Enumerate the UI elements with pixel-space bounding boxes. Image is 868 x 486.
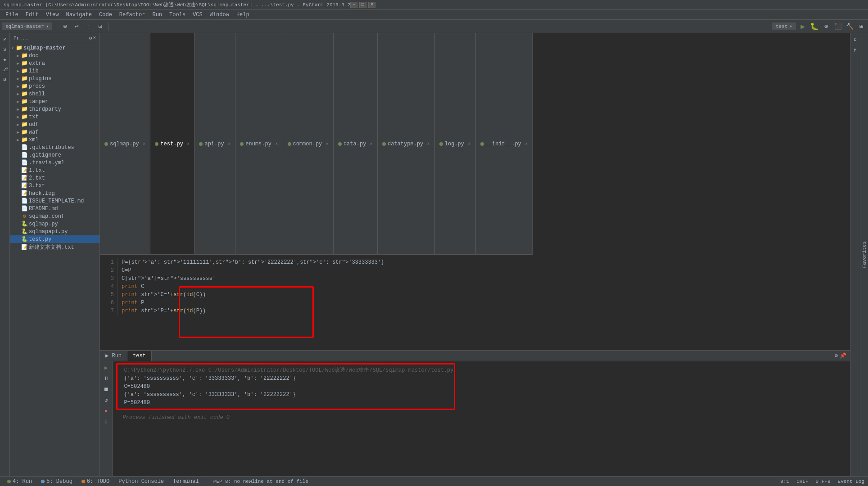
python-console-tab[interactable]: Python Console	[115, 477, 167, 486]
tree-item-procs[interactable]: ▶📁procs	[10, 82, 99, 90]
run-restart-icon[interactable]: ↺	[102, 396, 111, 405]
stop-button[interactable]: ⬛	[833, 22, 843, 32]
tree-item-plugins[interactable]: ▶📁plugins	[10, 75, 99, 82]
debug-bottom-tab[interactable]: 5: Debug	[37, 477, 76, 486]
tab-datatype-py[interactable]: datatype.py×	[378, 33, 435, 254]
tree-item-lib[interactable]: ▶📁lib	[10, 67, 99, 75]
toolbar-btn-3[interactable]: ⇧	[83, 22, 93, 32]
tab-close-icon[interactable]: ×	[187, 141, 190, 147]
profile-button[interactable]: ⊞	[856, 22, 866, 32]
tree-item-shell[interactable]: ▶📁shell	[10, 90, 99, 98]
tree-item-test-py[interactable]: 🐍test.py	[10, 235, 99, 243]
menu-item-refactor[interactable]: Refactor	[116, 11, 149, 19]
tree-item-extra[interactable]: ▶📁extra	[10, 59, 99, 67]
minimize-button[interactable]: −	[350, 2, 357, 8]
run-play-icon[interactable]: ▶	[102, 363, 111, 372]
vcs-tool-btn[interactable]: ⎇	[0, 65, 9, 74]
tree-item--gitattributes[interactable]: 📄.gitattributes	[10, 144, 99, 151]
maximize-button[interactable]: □	[359, 2, 366, 8]
menu-item-code[interactable]: Code	[95, 11, 116, 19]
close-button[interactable]: ×	[368, 2, 375, 8]
menu-item-edit[interactable]: Edit	[22, 11, 42, 19]
run-info-icon[interactable]: ℹ	[102, 417, 111, 426]
run-bottom-tab[interactable]: 4: Run	[4, 477, 36, 486]
run-tab-test[interactable]: test	[127, 351, 152, 361]
run-with-coverage-button[interactable]: ⊛	[821, 22, 831, 32]
tab-close-icon[interactable]: ×	[427, 141, 430, 147]
menu-item-view[interactable]: View	[42, 11, 63, 19]
terminal-label: Terminal	[173, 478, 199, 485]
tree-item-sqlmap-py[interactable]: 🐍sqlmap.py	[10, 220, 99, 228]
favorites-tool-btn[interactable]: ★	[0, 55, 9, 64]
menu-item-file[interactable]: File	[2, 11, 22, 19]
run-config-selector[interactable]: test ▾	[772, 22, 796, 30]
tree-item-txt[interactable]: ▶📁txt	[10, 113, 99, 121]
code-editor[interactable]: 1234567 P={str">'a': str">'11111111',str…	[100, 255, 850, 350]
tab-log-py[interactable]: log.py×	[435, 33, 476, 254]
tree-item--------txt[interactable]: 📝新建文本文档.txt	[10, 243, 99, 252]
project-tool-btn[interactable]: P	[0, 35, 9, 44]
tab-__init__-py[interactable]: __init__.py×	[476, 33, 533, 254]
toolbar-btn-1[interactable]: ⊕	[60, 22, 70, 32]
tab-close-icon[interactable]: ×	[275, 141, 278, 147]
tree-item-1-txt[interactable]: 📝1.txt	[10, 166, 99, 174]
tab-close-icon[interactable]: ×	[228, 141, 231, 147]
sidebar-close-icon[interactable]: ×	[93, 35, 96, 41]
run-tab-label[interactable]: ▶ Run	[100, 351, 127, 361]
tab-enums-py[interactable]: enums.py×	[235, 33, 283, 254]
tree-item-xml[interactable]: ▶📁xml	[10, 136, 99, 144]
run-error-icon[interactable]: ✕	[102, 406, 111, 415]
changes-tool-btn[interactable]: ≊	[0, 75, 9, 84]
tree-item-thirdparty[interactable]: ▶📁thirdparty	[10, 105, 99, 113]
tree-item--gitignore[interactable]: 📄.gitignore	[10, 151, 99, 159]
tree-item--travis-yml[interactable]: 📄.travis.yml	[10, 159, 99, 166]
menu-item-window[interactable]: Window	[206, 11, 233, 19]
tree-item-ISSUE-TEMPLATE-md[interactable]: 📄ISSUE_TEMPLATE.md	[10, 197, 99, 205]
terminal-tab[interactable]: Terminal	[169, 477, 203, 486]
line-number-1: 1	[100, 258, 114, 266]
menu-item-run[interactable]: Run	[149, 11, 166, 19]
tree-item-2-txt[interactable]: 📝2.txt	[10, 174, 99, 182]
favorites-label[interactable]: Favorites	[862, 241, 867, 268]
run-pause-icon[interactable]: ⏸	[102, 374, 111, 383]
run-stop-icon[interactable]: ⏹	[102, 385, 111, 394]
tree-item-sqlmap-conf[interactable]: ⚙sqlmap.conf	[10, 212, 99, 220]
menu-item-vcs[interactable]: VCS	[189, 11, 206, 19]
event-log-link[interactable]: Event Log	[838, 479, 864, 484]
tab-close-icon[interactable]: ×	[370, 141, 373, 147]
tree-item-waf[interactable]: ▶📁waf	[10, 128, 99, 136]
tree-item-tamper[interactable]: ▶📁tamper	[10, 98, 99, 105]
menu-item-help[interactable]: Help	[233, 11, 253, 19]
tree-root-sqlmap-master[interactable]: ▾📁sqlmap-master	[10, 44, 99, 52]
toolbar-btn-4[interactable]: ⊡	[95, 22, 105, 32]
build-button[interactable]: 🔨	[845, 22, 854, 32]
settings-icon[interactable]: ⚙	[835, 352, 838, 359]
tab-common-py[interactable]: common.py×	[283, 33, 334, 254]
tree-item-README-md[interactable]: 📄README.md	[10, 205, 99, 212]
pin-icon[interactable]: 📌	[840, 352, 846, 359]
debug-button[interactable]: 🐛	[809, 22, 819, 32]
tree-item-udf[interactable]: ▶📁udf	[10, 121, 99, 128]
tab-close-icon[interactable]: ×	[525, 141, 528, 147]
tab-api-py[interactable]: api.py×	[194, 33, 235, 254]
sidebar-gear-icon[interactable]: ⚙	[89, 35, 92, 41]
tree-item-3-txt[interactable]: 📝3.txt	[10, 182, 99, 189]
menu-item-tools[interactable]: Tools	[166, 11, 189, 19]
menu-item-navigate[interactable]: Navigate	[62, 11, 95, 19]
run-button[interactable]: ▶	[798, 22, 808, 32]
structure-tool-btn[interactable]: S	[0, 45, 9, 54]
favorites-panel[interactable]: Favorites	[860, 33, 868, 476]
right-tool-btn-2[interactable]: M	[851, 46, 860, 55]
todo-bottom-tab[interactable]: 6: TODO	[78, 477, 113, 486]
tab-close-icon[interactable]: ×	[326, 141, 329, 147]
tab-close-icon[interactable]: ×	[143, 141, 146, 147]
tree-item-doc[interactable]: ▶📁doc	[10, 52, 99, 59]
tree-item-hack-log[interactable]: 📝hack.log	[10, 189, 99, 197]
right-tool-btn-1[interactable]: D	[851, 35, 860, 44]
tab-sqlmap-py[interactable]: sqlmap.py×	[100, 33, 150, 254]
tab-data-py[interactable]: data.py×	[334, 33, 378, 254]
toolbar-btn-2[interactable]: ↩	[72, 22, 81, 32]
tab-close-icon[interactable]: ×	[468, 141, 471, 147]
tree-item-sqlmapapi-py[interactable]: 🐍sqlmapapi.py	[10, 228, 99, 235]
tab-test-py[interactable]: test.py×	[150, 33, 194, 254]
